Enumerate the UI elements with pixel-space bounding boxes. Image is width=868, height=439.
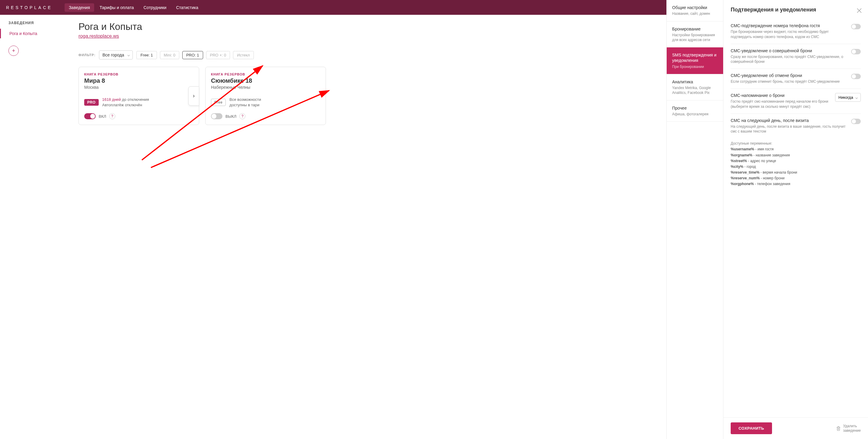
settings-category-0[interactable]: Общие настройкиНазвание, сайт, домен: [667, 0, 723, 15]
nav-tab-0[interactable]: Заведения: [65, 3, 94, 12]
nav-tab-2[interactable]: Сотрудники: [140, 3, 171, 12]
settings-category-panel: Общие настройкиНазвание, сайт, доменБрон…: [666, 0, 723, 15]
settings-detail-panel: Подтверждения и уведомления СМС-подтверж…: [723, 0, 868, 15]
nav-tab-3[interactable]: Статистика: [172, 3, 203, 12]
nav-tab-1[interactable]: Тарифы и оплата: [95, 3, 138, 12]
logo: RESTOPLACE: [6, 5, 53, 10]
panel-title: Подтверждения и уведомления: [731, 7, 861, 13]
close-icon[interactable]: [857, 8, 862, 14]
nav-tabs: ЗаведенияТарифы и оплатаСотрудникиСтатис…: [65, 3, 203, 12]
